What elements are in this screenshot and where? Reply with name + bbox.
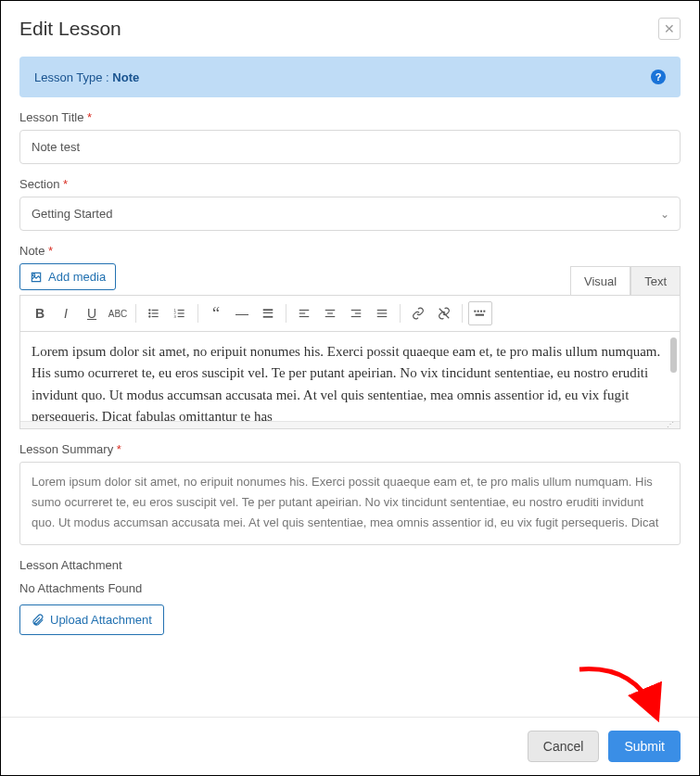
lesson-title-label: Lesson Title * <box>19 110 681 124</box>
toolbar-separator <box>400 304 401 323</box>
attachment-label: Lesson Attachment <box>19 558 681 572</box>
note-label: Note * <box>19 244 681 258</box>
modal-footer: Cancel Submit <box>1 718 699 775</box>
tab-visual[interactable]: Visual <box>570 266 630 297</box>
keyboard-button[interactable] <box>468 301 492 325</box>
attachment-icon <box>32 614 45 627</box>
svg-rect-12 <box>178 316 185 317</box>
banner-prefix: Lesson Type : <box>34 70 112 84</box>
numbered-list-button[interactable]: 123 <box>168 301 192 325</box>
svg-rect-13 <box>263 309 274 311</box>
lesson-type-banner: Lesson Type : Note ? <box>19 57 681 97</box>
svg-rect-15 <box>263 316 274 318</box>
link-button[interactable] <box>406 301 430 325</box>
numbered-list-icon: 123 <box>173 307 186 320</box>
help-icon[interactable]: ? <box>651 70 666 84</box>
strikethrough-button[interactable]: ABC <box>106 301 130 325</box>
align-center-icon <box>324 307 337 320</box>
summary-textarea[interactable]: Lorem ipsum dolor sit amet, no eripuit n… <box>19 462 681 545</box>
bullet-list-icon <box>147 307 160 320</box>
attachment-field: Lesson Attachment No Attachments Found U… <box>19 558 681 635</box>
modal-body: Lesson Type : Note ? Lesson Title * Sect… <box>1 57 699 718</box>
svg-rect-32 <box>483 311 485 312</box>
svg-rect-6 <box>152 316 159 317</box>
svg-rect-8 <box>178 310 185 311</box>
svg-point-1 <box>148 309 150 311</box>
tab-text[interactable]: Text <box>630 266 681 297</box>
svg-point-5 <box>148 315 150 317</box>
toolbar-separator <box>462 304 463 323</box>
align-justify-button[interactable] <box>370 301 394 325</box>
align-right-icon <box>350 307 363 320</box>
unlink-button[interactable] <box>432 301 456 325</box>
banner-value: Note <box>112 70 139 84</box>
blockquote-button[interactable]: “ <box>204 301 228 325</box>
close-button[interactable]: ✕ <box>658 18 681 40</box>
hr-button[interactable]: — <box>230 301 254 325</box>
svg-point-3 <box>148 312 150 314</box>
lesson-title-field: Lesson Title * <box>19 110 681 164</box>
add-media-button[interactable]: Add media <box>19 263 116 290</box>
close-icon: ✕ <box>664 21 675 36</box>
modal-header: Edit Lesson ✕ <box>1 1 699 57</box>
svg-rect-4 <box>152 312 159 313</box>
lesson-title-input[interactable] <box>19 130 681 164</box>
svg-rect-31 <box>480 311 482 312</box>
svg-rect-29 <box>474 311 476 312</box>
unlink-icon <box>438 307 451 320</box>
align-left-button[interactable] <box>292 301 316 325</box>
align-center-button[interactable] <box>318 301 342 325</box>
svg-point-0 <box>33 274 35 275</box>
readmore-icon <box>261 307 274 320</box>
bold-button[interactable]: B <box>28 301 52 325</box>
note-field: Note * Add media Visual Text B I U <box>19 244 681 429</box>
readmore-button[interactable] <box>256 301 280 325</box>
editor-scrollbar[interactable] <box>670 337 677 373</box>
toolbar-separator <box>197 304 198 323</box>
summary-field: Lesson Summary * Lorem ipsum dolor sit a… <box>19 442 681 545</box>
summary-label: Lesson Summary * <box>19 442 681 456</box>
no-attachments-text: No Attachments Found <box>19 581 681 595</box>
section-field: Section * Getting Started ⌄ <box>19 177 681 231</box>
italic-button[interactable]: I <box>54 301 78 325</box>
editor-content[interactable]: Lorem ipsum dolor sit amet, no eripuit n… <box>20 332 680 421</box>
resize-grip-icon: ⋰ <box>667 423 676 428</box>
svg-rect-33 <box>476 314 484 316</box>
link-icon <box>412 307 425 320</box>
toolbar-separator <box>286 304 286 323</box>
align-right-button[interactable] <box>344 301 368 325</box>
media-icon <box>30 271 43 284</box>
section-label: Section * <box>19 177 681 191</box>
resize-handle[interactable]: ⋰ <box>20 421 680 428</box>
cancel-button[interactable]: Cancel <box>528 731 600 762</box>
editor-tabs: Visual Text <box>570 266 681 297</box>
edit-lesson-modal: Edit Lesson ✕ Lesson Type : Note ? Lesso… <box>0 0 700 776</box>
align-justify-icon <box>375 307 388 320</box>
modal-title: Edit Lesson <box>19 18 121 40</box>
section-select[interactable]: Getting Started <box>19 197 681 231</box>
toolbar-separator <box>135 304 136 323</box>
upload-attachment-button[interactable]: Upload Attachment <box>19 604 164 635</box>
svg-rect-2 <box>152 310 159 311</box>
banner-text: Lesson Type : Note <box>34 70 139 84</box>
align-left-icon <box>298 307 311 320</box>
submit-button[interactable]: Submit <box>608 731 681 762</box>
svg-rect-14 <box>263 312 274 313</box>
editor-toolbar: B I U ABC 123 “ — <box>20 296 680 332</box>
underline-button[interactable]: U <box>80 301 104 325</box>
svg-rect-10 <box>178 312 185 313</box>
rich-text-editor: B I U ABC 123 “ — <box>19 295 681 429</box>
svg-text:3: 3 <box>174 314 177 319</box>
svg-rect-30 <box>477 311 479 312</box>
bullet-list-button[interactable] <box>142 301 166 325</box>
keyboard-icon <box>473 309 488 318</box>
